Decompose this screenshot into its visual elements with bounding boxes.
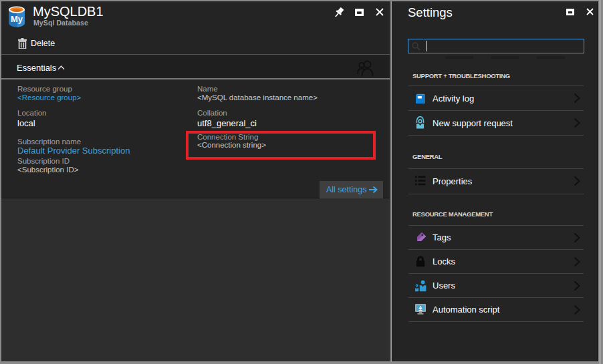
svg-text:My: My — [11, 14, 23, 24]
